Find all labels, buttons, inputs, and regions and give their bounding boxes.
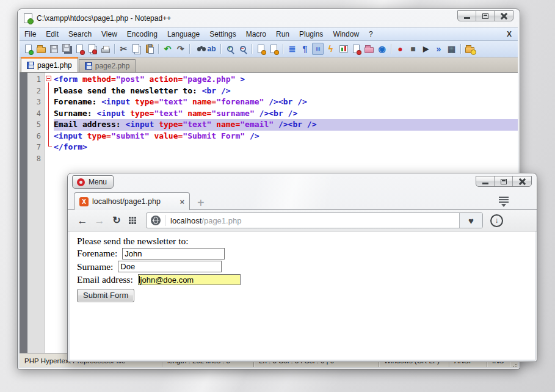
fold-collapse-icon[interactable] — [46, 76, 51, 81]
menu-item-help[interactable]: ? — [364, 28, 378, 40]
save-icon[interactable] — [48, 43, 60, 55]
opera-toolbar: ← → ↻ localhost/page1.php ♥ ↓ — [68, 209, 537, 231]
view-in-browser-icon[interactable]: ◉ — [376, 43, 388, 55]
code-line-4[interactable]: Surname: <input type="text" name="surnam… — [54, 108, 518, 120]
tab-menu-icon[interactable] — [499, 197, 509, 205]
input-surname[interactable]: Doe — [118, 261, 222, 272]
zoom-in-icon[interactable]: + — [224, 43, 236, 55]
menu-item-macro[interactable]: Macro — [241, 28, 271, 40]
menubar-close-icon[interactable]: X — [501, 30, 518, 38]
replace-icon[interactable]: ab — [206, 43, 217, 55]
menu-item-settings[interactable]: Settings — [205, 28, 241, 40]
function-list-icon[interactable]: ϟ — [325, 43, 336, 55]
opera-menu-button[interactable]: Menu — [72, 175, 114, 189]
close-icon — [501, 13, 507, 20]
undo-icon[interactable]: ↶ — [162, 43, 173, 55]
code-token: "text" — [183, 120, 211, 129]
code-token: value= — [154, 131, 183, 140]
document-map-icon[interactable] — [338, 43, 349, 55]
redo-glyph: ↷ — [177, 45, 184, 53]
code-line-8[interactable] — [54, 153, 518, 165]
speed-dial-icon[interactable] — [129, 217, 136, 224]
field-label: Forename: — [77, 248, 120, 259]
menu-item-search[interactable]: Search — [63, 28, 96, 40]
new-tab-button[interactable]: + — [197, 197, 205, 209]
tab-close-icon[interactable]: × — [176, 197, 184, 206]
playback-macro-icon[interactable]: ▶ — [420, 43, 432, 55]
code-line-2[interactable]: Please send the newsletter to: <br /> — [54, 85, 518, 97]
new-file-icon[interactable] — [23, 43, 34, 55]
run-macro-multiple-times-glyph: » — [437, 45, 441, 53]
open-file-icon[interactable] — [35, 43, 47, 55]
minimize-button[interactable] — [458, 11, 476, 21]
menu-item-encoding[interactable]: Encoding — [122, 28, 162, 40]
toolbar-separator — [252, 44, 252, 54]
print-icon[interactable] — [100, 43, 111, 55]
input-forename[interactable]: John — [122, 248, 225, 260]
address-bar[interactable]: localhost/page1.php ♥ — [146, 212, 483, 228]
menu-item-edit[interactable]: Edit — [41, 28, 63, 40]
download-icon[interactable]: ↓ — [490, 214, 503, 227]
menu-item-run[interactable]: Run — [271, 28, 294, 40]
back-icon[interactable]: ← — [74, 216, 91, 226]
code-token: "surname" — [211, 109, 254, 118]
menu-item-file[interactable]: File — [20, 28, 41, 40]
maximize-button[interactable] — [495, 176, 513, 186]
cut-icon[interactable]: ✂ — [118, 43, 129, 55]
indent-guides-icon[interactable]: ≡ — [312, 43, 324, 55]
code-line-5[interactable]: Email address: <input type="text" name="… — [54, 119, 518, 131]
project-panel-icon[interactable] — [363, 43, 375, 55]
menu-item-language[interactable]: Language — [162, 28, 205, 40]
mag-sign: − — [241, 45, 244, 51]
minimize-button[interactable] — [476, 176, 495, 186]
save-recorded-macro-glyph: ▦ — [448, 45, 455, 53]
code-token: /><br /> — [255, 109, 297, 118]
code-line-1[interactable]: <form method="post" action="page2.php" > — [54, 74, 518, 85]
input-emailaddress[interactable]: john@doe.com — [138, 274, 241, 285]
browser-tab[interactable]: X localhost/page1.php × — [74, 192, 190, 210]
reload-icon[interactable]: ↻ — [108, 216, 125, 225]
code-line-7[interactable]: </form> — [54, 142, 518, 153]
bookmark-heart-icon[interactable]: ♥ — [459, 213, 482, 228]
restore-button[interactable] — [476, 11, 495, 21]
menu-item-plugins[interactable]: Plugins — [294, 28, 328, 40]
run-macro-multiple-times-icon[interactable]: » — [433, 43, 444, 55]
tab-menu-bars — [499, 197, 509, 198]
forward-icon[interactable]: → — [91, 216, 108, 226]
redo-icon[interactable]: ↷ — [175, 43, 186, 55]
save-all-icon[interactable] — [61, 43, 73, 55]
submit-form-button[interactable]: Submit Form — [77, 289, 134, 302]
menu-item-window[interactable]: Window — [328, 28, 364, 40]
code-line-6[interactable]: <input type="submit" value="Submit Form"… — [54, 131, 518, 142]
save-recorded-macro-icon[interactable]: ▦ — [446, 43, 457, 55]
close-button[interactable] — [513, 176, 531, 186]
replace-glyph: ab — [207, 45, 216, 53]
stop-recording-icon[interactable]: ■ — [407, 43, 419, 55]
menu-item-view[interactable]: View — [96, 28, 122, 40]
sync-horizontal-scrolling-icon[interactable] — [268, 43, 280, 55]
paste-icon[interactable] — [143, 43, 155, 55]
copy-icon[interactable] — [131, 43, 142, 55]
notepad-titlebar[interactable]: C:\xampp\htdocs\page1.php - Notepad++ — [18, 9, 520, 27]
address-url[interactable]: localhost/page1.php — [170, 216, 459, 225]
close-all-icon[interactable] — [87, 43, 98, 55]
record-macro-icon[interactable]: ● — [394, 43, 406, 55]
find-icon[interactable] — [193, 43, 205, 55]
code-line-3[interactable]: Forename: <input type="text" name="foren… — [54, 96, 518, 108]
line-number: 1 — [27, 74, 41, 85]
sync-vertical-scrolling-icon[interactable] — [255, 43, 267, 55]
editor-tab-page1.php[interactable]: page1.php — [21, 57, 78, 72]
mag-sign: + — [228, 45, 231, 51]
badge — [357, 50, 361, 55]
editor-tab-page2.php[interactable]: page2.php — [79, 59, 136, 72]
show-all-characters-icon[interactable]: ¶ — [299, 43, 311, 55]
close-file-icon[interactable] — [74, 43, 85, 55]
zoom-out-icon[interactable]: − — [237, 43, 248, 55]
word-wrap-icon[interactable]: ≣ — [286, 43, 298, 55]
opera-window-controls — [476, 176, 532, 187]
close-icon — [519, 178, 526, 185]
close-button[interactable] — [495, 11, 513, 21]
opera-titlebar[interactable]: Menu — [68, 173, 537, 191]
doc-switcher-icon[interactable] — [350, 43, 362, 55]
monitoring-icon[interactable] — [464, 43, 476, 55]
